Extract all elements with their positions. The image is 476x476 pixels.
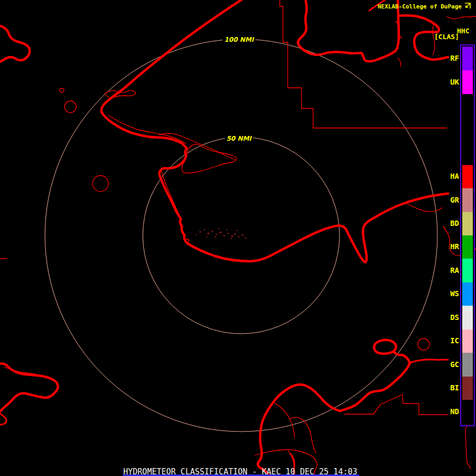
legend-label-WS: WS xyxy=(443,289,459,298)
station-logo-icon xyxy=(464,2,471,10)
colorbar-segment-IC xyxy=(462,329,473,353)
legend-label-RA: RA xyxy=(443,266,459,274)
legend-label-BI: BI xyxy=(443,383,459,392)
legend-label-BD: BD xyxy=(443,219,459,227)
colorbar-segment-GC xyxy=(462,353,473,377)
legend-label-HA: HA xyxy=(443,172,459,180)
outer-ring-label: 100 NMI xyxy=(223,35,255,44)
range-rings xyxy=(45,39,437,432)
product-tag-label: [CLAS] xyxy=(434,33,459,41)
colorbar-segment-RA xyxy=(462,259,473,282)
inner-ring-label: 50 NMI xyxy=(225,134,253,143)
legend-label-RF: RF xyxy=(443,54,459,62)
radar-display: NEXLAB-College of DuPage HHC [CLAS] 100 … xyxy=(0,0,476,476)
legend-label-DS: DS xyxy=(443,313,459,322)
range-ring-100nmi xyxy=(45,39,437,432)
colorbar-segment-HA xyxy=(462,165,473,188)
map-outlines-thin xyxy=(0,0,476,476)
legend-label-GR: GR xyxy=(443,196,459,204)
colorbar-segment-DS xyxy=(462,306,473,329)
colorbar-segment-WS xyxy=(462,282,473,306)
colorbar xyxy=(460,44,475,426)
map-marsh-speckles xyxy=(196,228,246,239)
colorbar-segment-UK xyxy=(462,70,473,94)
colorbar-segment-ND xyxy=(462,400,473,424)
legend-label-UK: UK xyxy=(443,78,459,86)
colorbar-segment-RF xyxy=(462,47,473,70)
colorbar-segment-BI xyxy=(462,377,473,400)
legend-label-HR: HR xyxy=(443,242,459,251)
colorbar-segment-HR xyxy=(462,235,473,259)
radar-map xyxy=(0,0,476,476)
brand-title: NEXLAB-College of DuPage xyxy=(378,3,462,10)
colorbar-segment-BD xyxy=(462,212,473,235)
legend-label-GC: GC xyxy=(443,360,459,369)
legend-label-IC: IC xyxy=(443,336,459,345)
legend-label-ND: ND xyxy=(443,407,459,416)
colorbar-segment-GR xyxy=(462,188,473,212)
